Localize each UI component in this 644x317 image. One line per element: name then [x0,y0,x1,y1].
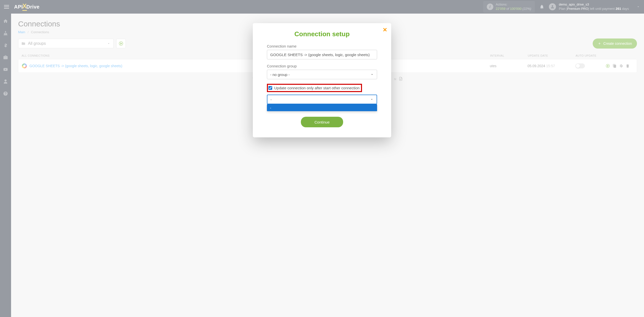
dependency-select[interactable]: - [267,95,377,104]
update-after-checkbox-row[interactable]: Update connection only after start other… [267,84,362,92]
connection-group-select[interactable]: - no group - [267,70,377,79]
update-after-label: Update connection only after start other… [274,86,359,90]
modal-title: Connection setup [267,30,377,38]
connection-name-input[interactable] [267,50,377,59]
connection-group-value: - no group - [270,72,290,77]
chevron-down-icon [370,98,374,101]
chevron-down-icon [370,73,374,76]
connection-group-label: Connection group [267,64,377,68]
continue-button[interactable]: Continue [301,117,343,127]
close-icon[interactable]: ✕ [383,27,387,33]
update-after-checkbox[interactable] [268,86,272,90]
modal-overlay: ✕ Connection setup Connection name Conne… [0,0,644,317]
connection-name-label: Connection name [267,44,377,48]
dependency-value: - [270,97,272,102]
dependency-option[interactable]: - [267,104,377,111]
connection-setup-modal: ✕ Connection setup Connection name Conne… [253,23,391,137]
